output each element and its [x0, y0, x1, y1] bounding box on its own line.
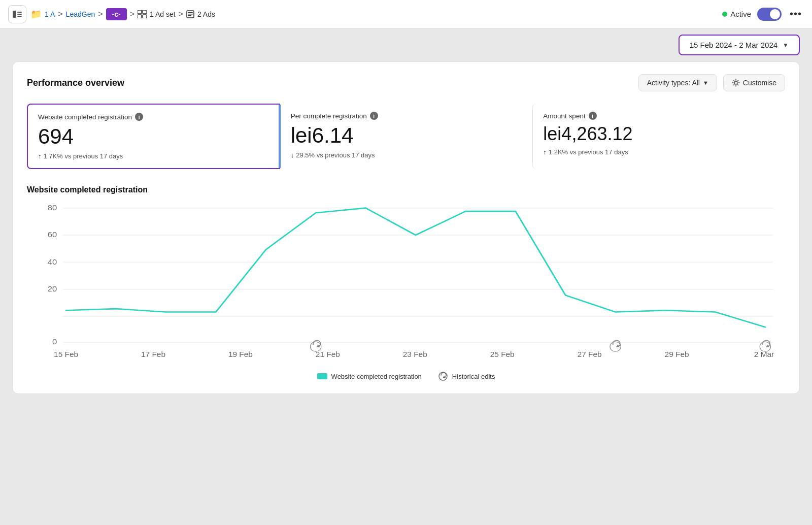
svg-text:17 Feb: 17 Feb: [141, 351, 165, 358]
svg-rect-11: [188, 15, 191, 16]
adset-label: 1 Ad set: [150, 10, 176, 18]
metric-value-3: lei4,263.12: [543, 124, 775, 144]
breadcrumb-sep-1: >: [58, 10, 62, 19]
svg-text:29 Feb: 29 Feb: [665, 351, 689, 358]
metric-label-1: Website completed registration i: [38, 113, 270, 121]
breadcrumb-item-current[interactable]: -c-: [106, 8, 127, 20]
metric-change-3: ↑ 1.2K% vs previous 17 days: [543, 148, 775, 156]
legend-label-registrations: Website completed registration: [331, 373, 422, 380]
ads-icon: [186, 10, 194, 18]
metric-per-complete-reg: Per complete registration i lei6.14 ↓ 29…: [280, 104, 533, 169]
breadcrumb: 📁 1 A > LeadGen > -c- > 1 Ad set > 2 Ads: [30, 8, 718, 20]
date-range-label: 15 Feb 2024 - 2 Mar 2024: [690, 41, 777, 49]
svg-text:27 Feb: 27 Feb: [578, 351, 602, 358]
svg-text:23 Feb: 23 Feb: [403, 351, 427, 358]
performance-title: Performance overview: [27, 78, 124, 88]
svg-text:19 Feb: 19 Feb: [228, 351, 253, 358]
legend-label-historical: Historical edits: [452, 373, 495, 380]
customise-icon: [732, 79, 740, 87]
breadcrumb-item-leadgen[interactable]: LeadGen: [66, 10, 95, 18]
metric-value-2: lei6.14: [291, 124, 523, 147]
chart-svg: 80 60 40 20 0 15 Feb 17 Feb 19 Feb 21 Fe…: [27, 203, 785, 365]
info-icon-1[interactable]: i: [135, 113, 143, 121]
performance-card: Performance overview Activity types: All…: [12, 61, 800, 394]
metric-label-2: Per complete registration i: [291, 112, 523, 120]
active-dot: [722, 12, 727, 17]
more-options-button[interactable]: •••: [788, 6, 804, 22]
svg-rect-10: [188, 14, 193, 15]
ads-label: 2 Ads: [197, 10, 215, 18]
info-icon-2[interactable]: i: [370, 112, 378, 120]
date-range-picker[interactable]: 15 Feb 2024 - 2 Mar 2024 ▼: [679, 35, 800, 55]
activity-types-label: Activity types: All: [647, 79, 700, 87]
svg-rect-9: [188, 12, 193, 13]
customise-label: Customise: [743, 79, 776, 87]
svg-rect-0: [13, 11, 16, 18]
metric-change-2: ↓ 29.5% vs previous 17 days: [291, 151, 523, 159]
svg-rect-4: [138, 10, 142, 14]
svg-point-12: [734, 81, 737, 84]
chart-title: Website completed registration: [27, 185, 785, 194]
ads-nav[interactable]: 2 Ads: [186, 10, 215, 18]
svg-rect-2: [17, 14, 22, 15]
legend-item-historical: Historical edits: [438, 371, 495, 381]
metric-label-3: Amount spent i: [543, 112, 775, 120]
svg-text:40: 40: [48, 258, 57, 266]
performance-controls: Activity types: All ▼ Customise: [638, 74, 785, 91]
active-status: Active: [722, 10, 751, 18]
chart-section: Website completed registration 80 60 40 …: [27, 185, 785, 381]
breadcrumb-sep-3: >: [130, 10, 134, 19]
arrow-down-icon: ↓: [291, 151, 294, 159]
legend-item-registrations: Website completed registration: [317, 371, 422, 381]
chart-legend: Website completed registration Historica…: [27, 371, 785, 381]
svg-text:80: 80: [48, 204, 57, 212]
metrics-row: Website completed registration i 694 ↑ 1…: [27, 104, 785, 169]
svg-text:60: 60: [48, 231, 57, 239]
svg-text:21 Feb: 21 Feb: [316, 351, 340, 358]
breadcrumb-sep-4: >: [179, 10, 183, 19]
chart-container: 80 60 40 20 0 15 Feb 17 Feb 19 Feb 21 Fe…: [27, 203, 785, 365]
metric-value-1: 694: [38, 125, 270, 148]
chevron-down-icon: ▼: [783, 42, 789, 49]
adset-nav[interactable]: 1 Ad set: [138, 10, 176, 18]
svg-text:2 Mar: 2 Mar: [754, 351, 774, 358]
historical-edits-icon: [438, 371, 448, 381]
svg-rect-1: [17, 12, 22, 13]
arrow-up-icon-3: ↑: [543, 148, 547, 156]
svg-rect-7: [143, 15, 147, 18]
date-bar: 15 Feb 2024 - 2 Mar 2024 ▼: [0, 28, 812, 61]
main-content: Performance overview Activity types: All…: [0, 61, 812, 406]
chart-line: [66, 208, 765, 327]
breadcrumb-sep-2: >: [98, 10, 103, 19]
metric-change-1: ↑ 1.7K% vs previous 17 days: [38, 152, 270, 160]
svg-rect-5: [143, 10, 147, 14]
activity-types-button[interactable]: Activity types: All ▼: [638, 74, 717, 91]
breadcrumb-item-1a[interactable]: 1 A: [45, 10, 55, 18]
top-bar-right: Active •••: [722, 6, 804, 22]
top-bar: 📁 1 A > LeadGen > -c- > 1 Ad set > 2 Ads: [0, 0, 812, 28]
metric-amount-spent: Amount spent i lei4,263.12 ↑ 1.2K% vs pr…: [532, 104, 785, 169]
activity-dropdown-icon: ▼: [703, 80, 708, 86]
info-icon-3[interactable]: i: [589, 112, 597, 120]
metric-website-completed-reg: Website completed registration i 694 ↑ 1…: [27, 104, 280, 169]
folder-icon: 📁: [30, 9, 42, 20]
svg-text:15 Feb: 15 Feb: [54, 351, 78, 358]
legend-color-teal: [317, 373, 327, 379]
adset-icon: [138, 10, 147, 18]
active-label: Active: [730, 10, 751, 18]
customise-button[interactable]: Customise: [723, 74, 785, 91]
active-toggle[interactable]: [757, 8, 782, 21]
svg-text:0: 0: [52, 338, 57, 346]
arrow-up-icon-1: ↑: [38, 152, 42, 160]
svg-text:20: 20: [48, 285, 57, 293]
svg-rect-3: [17, 16, 22, 17]
sidebar-toggle-button[interactable]: [8, 5, 26, 23]
performance-header: Performance overview Activity types: All…: [27, 74, 785, 91]
svg-rect-6: [138, 15, 142, 18]
svg-text:25 Feb: 25 Feb: [490, 351, 515, 358]
